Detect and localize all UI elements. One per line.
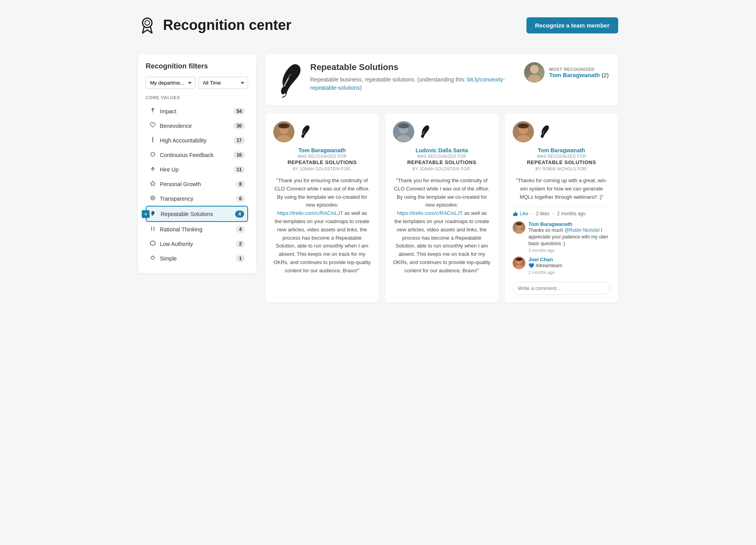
card-by: BY JONAH GOLDSTEIN FOR: [393,167,491,171]
value-count-benevolence: 30 [233,122,245,129]
card-link[interactable]: https://trello.com/c/RACivLJT [277,210,343,216]
banner-left: Repeatable Solutions Repeatable business… [275,62,524,98]
most-recognized-info: MOST RECOGNIZED Tom Baragwanath (2) [549,67,609,78]
value-icon-simple [149,255,157,262]
filter-row: My departme... All Time [146,77,248,89]
svg-marker-4 [150,181,155,186]
sidebar-item-repeatable-solutions[interactable]: × Repeatable Solutions 4 [146,206,248,222]
svg-point-12 [530,65,539,74]
card-by: BY JONAH GOLDSTEIN FOR: [273,167,371,171]
comment-text: 💙 #dreamteam [528,262,610,269]
svg-point-13 [528,75,541,83]
value-icon-high-accountability [149,137,157,144]
card-header [513,121,610,142]
like-time-separator: · [552,211,554,216]
card-person-name: Tom Baragwanath [273,147,371,153]
sidebar-item-rational-thinking[interactable]: × Rational Thinking 4 [146,222,248,236]
value-banner: Repeatable Solutions Repeatable business… [265,54,618,105]
value-name-benevolence: Benevolence [160,123,233,129]
core-values-list: × Impact 54 × Benevolence 30 × High Acco… [146,104,248,266]
banner-text: Repeatable Solutions Repeatable business… [310,62,524,92]
card-header [393,121,491,142]
most-recognized-label: MOST RECOGNIZED [549,67,609,72]
card-recognized-for-label: WAS RECOGNIZED FOR [273,154,371,159]
like-separator: · [532,211,533,216]
svg-point-6 [152,197,154,199]
svg-point-5 [151,196,155,200]
sidebar-item-low-authority[interactable]: × Low Authority 2 [146,236,248,251]
value-icon-personal-growth [149,180,157,188]
value-count-transparency: 6 [236,195,245,202]
time-filter[interactable]: All Time [198,77,248,89]
card-center-block: Tom Baragwanath WAS RECOGNIZED FOR REPEA… [273,147,371,171]
svg-point-27 [518,123,529,128]
sidebar-item-continuous-feedback[interactable]: × Continuous Feedback 16 [146,148,248,162]
value-count-hire-up: 11 [233,166,245,173]
card-actions: Like · 2 likes · 2 months ago [513,207,610,216]
remove-filter-repeatable-solutions[interactable]: × [142,210,150,218]
svg-marker-9 [150,241,155,246]
value-count-continuous-feedback: 16 [233,151,245,159]
value-count-rational-thinking: 4 [236,226,245,233]
card-by: BY ROBIN NICHOLS FOR: [513,167,610,171]
card-message: "Thanks for coming up with a great, win-… [513,177,610,201]
svg-point-17 [278,123,289,128]
svg-point-0 [143,18,152,28]
card-value-name: REPEATABLE SOLUTIONS [513,159,610,165]
recognition-card-card2: Ludovic Dalla Santa WAS RECOGNIZED FOR R… [385,113,498,303]
recognition-card-card1: Tom Baragwanath WAS RECOGNIZED FOR REPEA… [265,113,379,303]
value-name-impact: Impact [160,108,233,115]
sidebar-item-transparency[interactable]: × Transparency 6 [146,191,248,206]
department-filter[interactable]: My departme... [146,77,195,89]
svg-point-32 [516,223,523,226]
value-count-low-authority: 2 [236,240,245,248]
value-icon-transparency [149,195,157,202]
most-recognized: MOST RECOGNIZED Tom Baragwanath (2) [524,62,609,83]
recognize-button[interactable]: Recognize a team member [526,17,618,33]
svg-point-1 [145,20,150,25]
card-link[interactable]: https://trello.com/c/RACivLJT [397,210,463,216]
value-icon-hire-up [149,166,157,173]
sidebar-title: Recognition filters [146,62,248,70]
comment-author: Joei Chan [528,257,610,262]
comment-input[interactable] [513,282,610,295]
comment-avatar [513,221,525,234]
sidebar-item-personal-growth[interactable]: × Personal Growth 8 [146,177,248,191]
sidebar-item-high-accountability[interactable]: × High Accountability 17 [146,133,248,148]
comment-item: Joei Chan 💙 #dreamteam 2 months ago [513,257,610,275]
card-person-name: Ludovic Dalla Santa [393,147,491,153]
like-time: 2 months ago [557,211,586,216]
value-banner-icon [275,62,302,98]
banner-description: Repeatable business, repeatable solution… [310,76,524,92]
card-avatar [273,121,295,142]
card-message: "Thank you for ensuring the continuity o… [393,177,491,275]
svg-point-36 [516,258,523,261]
sidebar-item-benevolence[interactable]: × Benevolence 30 [146,118,248,133]
value-name-continuous-feedback: Continuous Feedback [160,152,233,158]
card-center-block: Tom Baragwanath WAS RECOGNIZED FOR REPEA… [513,147,610,171]
card-value-icon [298,125,312,139]
value-name-simple: Simple [160,255,236,262]
value-icon-continuous-feedback [149,151,157,159]
value-icon-low-authority [149,240,157,248]
comment-body: Joei Chan 💙 #dreamteam 2 months ago [528,257,610,275]
comment-time: 2 months ago [528,248,610,253]
sidebar: Recognition filters My departme... All T… [138,54,256,273]
value-count-high-accountability: 17 [233,137,245,144]
card-recognized-for-label: WAS RECOGNIZED FOR [393,154,491,159]
header-left: Recognition center [138,16,291,35]
svg-point-22 [398,123,409,128]
value-name-transparency: Transparency [160,196,236,202]
card-value-name: REPEATABLE SOLUTIONS [393,159,491,165]
sidebar-item-hire-up[interactable]: × Hire Up 11 [146,162,248,177]
like-button[interactable]: Like [513,211,528,216]
sidebar-item-simple[interactable]: × Simple 1 [146,251,248,266]
value-name-low-authority: Low Authority [160,241,236,247]
sidebar-item-impact[interactable]: × Impact 54 [146,104,248,118]
main-layout: Recognition filters My departme... All T… [138,54,618,303]
card-recognized-for-label: WAS RECOGNIZED FOR [513,154,610,159]
value-name-hire-up: Hire Up [160,166,233,173]
value-name-high-accountability: High Accountability [160,137,233,144]
card-message: "Thank you for ensuring the continuity o… [273,177,371,275]
recognition-icon [138,16,157,35]
